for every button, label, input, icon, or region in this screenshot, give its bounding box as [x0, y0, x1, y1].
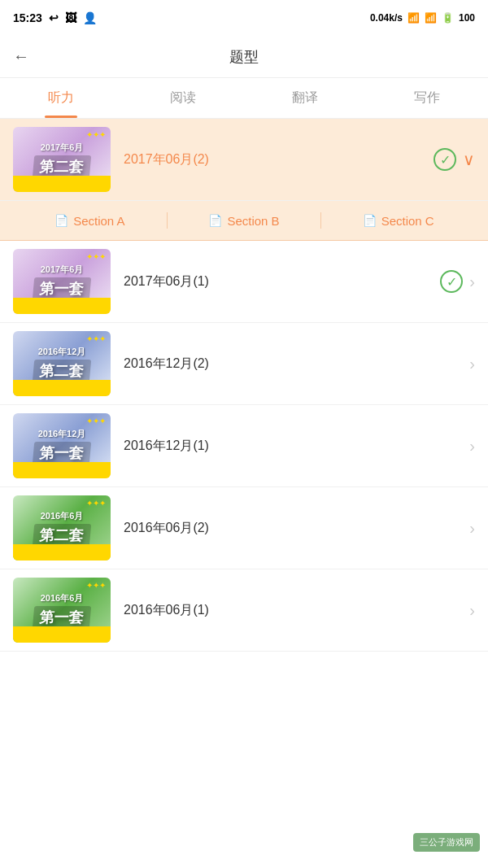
- signal-icon: 📶: [425, 12, 437, 24]
- back-arrow-icon: ↩: [49, 11, 59, 24]
- exam-title: 2016年12月(1): [124, 438, 456, 455]
- exam-thumbnail: ✦✦✦ 2017年6月 第二套: [13, 127, 111, 192]
- tabs-bar: 听力 阅读 翻译 写作: [0, 78, 488, 119]
- thumb-bottom: [13, 176, 111, 192]
- tab-translation[interactable]: 翻译: [244, 78, 366, 118]
- exam-item-2016-6-2[interactable]: ✦✦✦ 2016年6月 第二套 2016年06月(2) ›: [0, 487, 488, 569]
- exam-title: 2016年06月(1): [124, 602, 456, 619]
- chevron-right-icon[interactable]: ›: [469, 601, 475, 620]
- exam-thumbnail: ✦✦✦ 2017年6月 第一套: [13, 249, 111, 314]
- exam-thumbnail: ✦✦✦ 2016年12月 第一套: [13, 413, 111, 478]
- exam-actions: ✓ ›: [440, 270, 475, 293]
- exam-actions: ›: [469, 355, 475, 373]
- exam-list: ✦✦✦ 2017年6月 第二套 2017年06月(2) ✓ ∨ 📄 Sectio…: [0, 119, 488, 652]
- section-a-label: Section A: [73, 214, 124, 228]
- tab-reading[interactable]: 阅读: [122, 78, 244, 118]
- thumb-stars: ✦✦✦: [86, 130, 106, 139]
- chevron-right-icon[interactable]: ›: [469, 273, 475, 291]
- section-c-button[interactable]: 📄 Section C: [321, 214, 475, 228]
- exam-item-2017-6-1[interactable]: ✦✦✦ 2017年6月 第一套 2017年06月(1) ✓ ›: [0, 241, 488, 323]
- chevron-right-icon[interactable]: ›: [469, 437, 475, 456]
- thumb-stars: ✦✦✦: [86, 417, 106, 425]
- exam-actions: ✓ ∨: [434, 148, 475, 171]
- exam-thumbnail: ✦✦✦ 2016年6月 第一套: [13, 578, 111, 643]
- exam-item-2017-6-2[interactable]: ✦✦✦ 2017年6月 第二套 2017年06月(2) ✓ ∨: [0, 119, 488, 201]
- thumb-bottom: [13, 380, 111, 396]
- section-row: 📄 Section A 📄 Section B 📄 Section C: [0, 201, 488, 241]
- tab-listening[interactable]: 听力: [0, 78, 122, 118]
- thumb-year: 2017年6月: [41, 264, 84, 276]
- thumb-set: 第二套: [33, 360, 91, 382]
- thumb-bottom: [13, 626, 111, 643]
- exam-item-2016-6-1[interactable]: ✦✦✦ 2016年6月 第一套 2016年06月(1) ›: [0, 569, 488, 652]
- exam-info: 2016年06月(1): [111, 602, 469, 619]
- thumb-set: 第一套: [33, 277, 91, 300]
- exam-info: 2017年06月(2): [111, 151, 434, 168]
- status-bar: 15:23 ↩ 🖼 👤 0.04k/s 📶 📶 🔋 100: [0, 0, 488, 36]
- status-right: 0.04k/s 📶 📶 🔋 100: [370, 12, 475, 24]
- exam-item-2016-12-1[interactable]: ✦✦✦ 2016年12月 第一套 2016年12月(1) ›: [0, 405, 488, 487]
- thumb-set: 第一套: [33, 442, 91, 465]
- completed-icon: ✓: [434, 148, 456, 171]
- exam-item-2016-12-2[interactable]: ✦✦✦ 2016年12月 第二套 2016年12月(2) ›: [0, 323, 488, 405]
- thumb-bottom: [13, 462, 111, 478]
- thumb-stars: ✦✦✦: [86, 252, 106, 261]
- chevron-right-icon[interactable]: ›: [469, 355, 475, 373]
- exam-info: 2016年06月(2): [111, 520, 469, 537]
- thumb-set: 第二套: [33, 155, 91, 178]
- status-left: 15:23 ↩ 🖼 👤: [13, 11, 97, 24]
- exam-title: 2017年06月(2): [124, 151, 420, 168]
- thumb-year: 2017年6月: [41, 142, 84, 154]
- thumb-bottom: [13, 544, 111, 560]
- exam-info: 2016年12月(2): [111, 355, 469, 373]
- completed-icon: ✓: [440, 270, 463, 293]
- exam-actions: ›: [469, 601, 475, 620]
- tab-writing[interactable]: 写作: [366, 78, 488, 118]
- chevron-right-icon[interactable]: ›: [469, 519, 475, 538]
- exam-title: 2016年12月(2): [124, 355, 456, 373]
- image-icon: 🖼: [65, 11, 76, 24]
- exam-info: 2017年06月(1): [111, 273, 440, 290]
- header: ← 题型: [0, 36, 488, 78]
- battery-icon: 🔋: [442, 12, 454, 24]
- thumb-set: 第二套: [33, 524, 91, 547]
- section-c-icon: 📄: [363, 214, 377, 227]
- section-b-button[interactable]: 📄 Section B: [168, 214, 321, 228]
- exam-info: 2016年12月(1): [111, 438, 469, 455]
- thumb-stars: ✦✦✦: [86, 499, 106, 508]
- watermark: 三公子游戏网: [413, 833, 480, 852]
- thumb-bottom: [13, 298, 111, 314]
- user-icon: 👤: [83, 11, 97, 24]
- status-time: 15:23: [13, 11, 42, 24]
- thumb-stars: ✦✦✦: [86, 581, 106, 590]
- chevron-down-icon[interactable]: ∨: [463, 150, 475, 169]
- exam-actions: ›: [469, 437, 475, 456]
- thumb-year: 2016年12月: [38, 346, 86, 358]
- back-button[interactable]: ←: [13, 47, 29, 66]
- exam-title: 2016年06月(2): [124, 520, 456, 537]
- section-b-label: Section B: [227, 214, 279, 228]
- exam-thumbnail: ✦✦✦ 2016年6月 第二套: [13, 495, 111, 560]
- thumb-year: 2016年6月: [41, 510, 84, 522]
- thumb-set: 第一套: [33, 606, 91, 629]
- thumb-year: 2016年6月: [41, 592, 84, 604]
- thumb-stars: ✦✦✦: [86, 334, 106, 343]
- section-a-button[interactable]: 📄 Section A: [13, 214, 167, 228]
- section-a-icon: 📄: [54, 214, 68, 227]
- exam-title: 2017年06月(1): [124, 273, 427, 290]
- section-c-label: Section C: [381, 214, 434, 228]
- wifi-icon: 📶: [407, 12, 420, 24]
- exam-thumbnail: ✦✦✦ 2016年12月 第二套: [13, 331, 111, 396]
- battery-percent: 100: [459, 12, 475, 24]
- thumb-year: 2016年12月: [38, 428, 86, 440]
- speed-label: 0.04k/s: [370, 12, 403, 24]
- page-title: 题型: [229, 47, 259, 67]
- section-b-icon: 📄: [208, 214, 222, 227]
- exam-actions: ›: [469, 519, 475, 538]
